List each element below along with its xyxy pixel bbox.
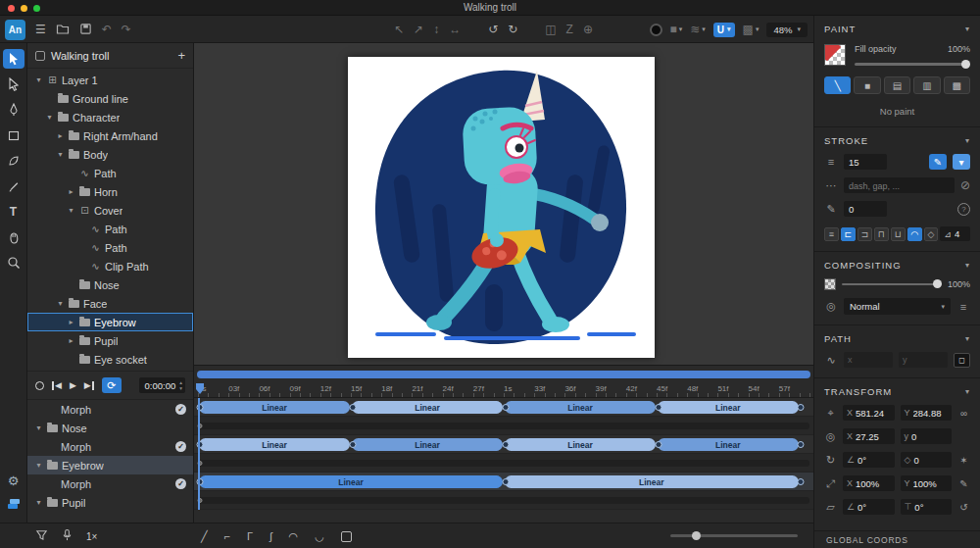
edit-symbol-icon[interactable]: Z <box>566 24 573 35</box>
corner-hold-icon[interactable]: ⌐ <box>224 530 230 542</box>
stroke-align-button[interactable]: ≡ <box>824 227 839 241</box>
keyframe-dot[interactable] <box>502 441 509 448</box>
arc-up-icon[interactable]: ◠ <box>289 530 299 543</box>
object-color-swatch[interactable] <box>650 24 662 36</box>
cap-butt-button[interactable]: ⊏ <box>841 227 856 241</box>
match-width-icon[interactable]: ↔ <box>449 24 461 35</box>
chevron-down-icon[interactable]: ▾ <box>965 136 970 145</box>
fill-color-swatch[interactable] <box>824 44 846 66</box>
chevron-right-icon[interactable]: ▸ <box>67 336 75 345</box>
align-icon[interactable]: ↖ <box>394 24 404 35</box>
next-frame-button[interactable]: ▶ <box>84 381 94 390</box>
ease-curve-icon[interactable]: ʃ <box>270 530 271 542</box>
open-file-icon[interactable] <box>56 22 70 37</box>
keyframe-dot[interactable] <box>502 404 509 411</box>
chevron-down-icon[interactable]: ▾ <box>56 299 65 308</box>
reset-icon[interactable]: ↺ <box>957 502 970 513</box>
path-x-input[interactable] <box>856 355 890 366</box>
menu-icon[interactable]: ☰ <box>35 24 46 35</box>
distribute-icon[interactable]: ↗ <box>414 24 423 35</box>
position-x-input[interactable] <box>856 408 890 419</box>
join-miter-button[interactable]: ⊔ <box>891 227 906 241</box>
global-coords-bar[interactable]: GLOBAL COORDS <box>814 530 980 548</box>
skew-x-input[interactable] <box>858 502 890 513</box>
path-target-button[interactable]: ◻ <box>954 353 970 368</box>
slider-knob[interactable] <box>692 531 701 540</box>
pressure-field[interactable] <box>844 201 887 217</box>
play-button[interactable]: ▶ <box>70 381 76 390</box>
chevron-right-icon[interactable]: ▸ <box>56 131 65 140</box>
pencil-icon[interactable]: ✎ <box>957 478 970 489</box>
layers-panel-toggle[interactable] <box>6 497 22 515</box>
tree-item[interactable]: ▸Horn <box>27 182 193 201</box>
position-y-input[interactable] <box>913 408 948 419</box>
anchor-x-field[interactable]: X <box>843 428 895 444</box>
position-x-field[interactable]: X <box>843 405 895 421</box>
position-y-field[interactable]: Y <box>901 405 953 421</box>
chevron-down-icon[interactable]: ▾ <box>965 261 970 270</box>
playback-multiplier[interactable]: 1× <box>86 531 97 542</box>
property-row[interactable]: ▾Nose <box>27 419 193 437</box>
anchor-x-input[interactable] <box>856 431 890 442</box>
minimize-window-button[interactable] <box>21 5 27 12</box>
gear-icon[interactable]: ⚙ <box>8 473 20 488</box>
keyframe-dot[interactable] <box>798 404 805 411</box>
chevron-down-icon[interactable]: ▾ <box>34 423 43 432</box>
chevron-down-icon[interactable]: ▾ <box>45 113 54 122</box>
path-y-field[interactable]: y <box>899 352 948 368</box>
time-stepper[interactable]: ▴ ▾ <box>179 379 182 391</box>
fill-style-combo[interactable]: ■ ▾ <box>670 24 683 35</box>
star-icon[interactable]: ✶ <box>957 455 970 466</box>
chevron-down-icon[interactable]: ▾ <box>965 25 970 33</box>
path-x-field[interactable]: x <box>844 352 893 368</box>
pencil-tool[interactable] <box>3 176 24 196</box>
blend-options-icon[interactable]: ≡ <box>956 301 970 313</box>
tween-span[interactable]: Linear <box>658 438 799 451</box>
miter-limit-field[interactable]: ⊿ <box>940 226 970 241</box>
keyframe-dot[interactable] <box>798 441 805 448</box>
paint-mode-solid-button[interactable]: ■ <box>854 76 880 94</box>
timeline-track[interactable] <box>194 417 813 435</box>
close-window-button[interactable] <box>8 5 15 12</box>
cap-square-button[interactable]: ⊓ <box>874 227 889 241</box>
frame-view-icon[interactable] <box>341 531 352 542</box>
scale-y-input[interactable] <box>913 478 948 489</box>
tree-item[interactable]: ▸Right Arm/hand <box>27 126 193 145</box>
rotate-right-icon[interactable]: ↻ <box>508 24 517 35</box>
check-badge-icon[interactable]: ✓ <box>175 478 186 489</box>
zoom-window-button[interactable] <box>33 5 40 12</box>
cap-round-button[interactable]: ⊐ <box>858 227 872 241</box>
join-round-button[interactable]: ◠ <box>907 227 922 241</box>
redo-icon[interactable]: ↷ <box>122 24 131 35</box>
slider-knob[interactable] <box>961 60 970 69</box>
skew-y-field[interactable]: ⊤ <box>901 499 953 515</box>
rectangle-tool[interactable] <box>3 125 24 145</box>
rotate-left-icon[interactable]: ↺ <box>488 24 498 35</box>
timeline-track[interactable]: LinearLinearLinearLinear <box>194 435 813 454</box>
artboard[interactable] <box>348 57 655 358</box>
timeline-ruler[interactable]: 0s03f06f09f12f15f18f21f24f27f1s33f36f39f… <box>194 382 813 398</box>
skew-x-field[interactable]: ∠ <box>843 499 895 515</box>
paint-mode-none-button[interactable]: ╲ <box>824 76 851 94</box>
stroke-width-field[interactable] <box>844 154 887 170</box>
chevron-right-icon[interactable]: ▸ <box>67 318 75 326</box>
scale-x-input[interactable] <box>856 478 890 489</box>
rotation-secondary-field[interactable]: ◇ <box>901 452 953 468</box>
help-icon[interactable]: ? <box>957 203 970 216</box>
timeline-track[interactable] <box>194 454 813 473</box>
property-row[interactable]: Morph✓ <box>27 474 193 493</box>
uniform-stroke-button[interactable]: U ▾ <box>713 23 735 37</box>
stroke-style-combo[interactable]: ≋ ▾ <box>690 24 706 35</box>
save-icon[interactable] <box>79 23 92 37</box>
dash-pattern-field[interactable] <box>844 177 955 193</box>
zoom-select[interactable]: 48% ▾ <box>766 23 808 37</box>
record-button[interactable] <box>35 381 44 390</box>
chevron-down-icon[interactable]: ▾ <box>56 150 65 159</box>
chevron-down-icon[interactable]: ▾ <box>67 206 75 215</box>
paint-mode-dots-button[interactable]: ▥ <box>913 76 940 94</box>
tween-span[interactable]: Linear <box>199 475 503 488</box>
rotation-secondary-input[interactable] <box>913 455 948 466</box>
snap-icon[interactable]: ⊕ <box>583 24 593 35</box>
property-row[interactable]: Morph✓ <box>27 400 193 419</box>
rotation-field[interactable]: ∠ <box>843 452 895 468</box>
